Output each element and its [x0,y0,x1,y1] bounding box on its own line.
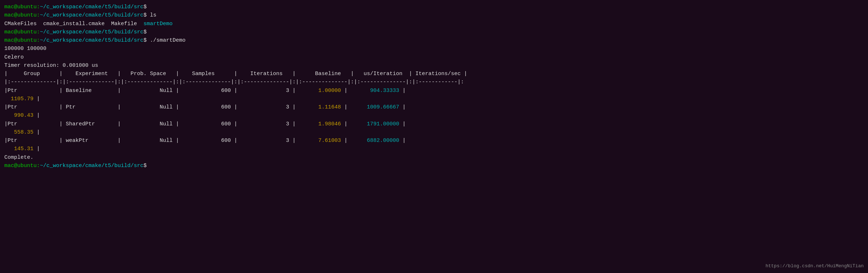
path-5: ~/c_workspace/cmake/t5/build/src [40,163,143,169]
line-4: mac@ubuntu:~/c_workspace/cmake/t5/build/… [4,28,864,36]
prompt-3: mac@ubuntu: [4,29,40,35]
smartdemo-highlight: smartDemo [143,21,173,27]
complete-line: Complete. [4,153,864,162]
ls-output: CMakeFiles cmake_install.cmake Makefile [4,21,143,27]
dollar-5: $ [143,163,147,169]
line-2: mac@ubuntu:~/c_workspace/cmake/t5/build/… [4,11,864,19]
table-divider: |:--------------|:|:--------------|:|:--… [4,78,864,86]
iter-sec-2: 990.43 [11,112,33,119]
path-2: ~/c_workspace/cmake/t5/build/src [40,12,143,18]
line-celero: Celero [4,53,864,61]
table-row-2-sec: 990.43 | [4,111,864,120]
prompt-2: mac@ubuntu: [4,12,40,18]
table-row-3-main: |Ptr | SharedPtr | Null | 600 | 3 | 1.98… [4,120,864,128]
us-iter-2: 1009.66667 [351,104,399,110]
baseline-val-3: 1.98046 [299,121,341,127]
line-1: mac@ubuntu:~/c_workspace/cmake/t5/build/… [4,3,864,11]
final-prompt: mac@ubuntu:~/c_workspace/cmake/t5/build/… [4,162,864,170]
table-row-1-main: |Ptr | Baseline | Null | 600 | 3 | 1.000… [4,87,864,95]
dollar-4: $ ./smartDemo [143,37,186,43]
path-3: ~/c_workspace/cmake/t5/build/src [40,29,143,35]
dollar-3: $ [143,29,147,35]
iter-sec-1: 1105.79 [11,96,33,102]
table-row-1-sec: 1105.79 | [4,95,864,103]
watermark: https://blog.csdn.net/HuiMengNiTian [766,263,864,269]
table-header: | Group | Experiment | Prob. Space | Sam… [4,70,864,78]
us-iter-4: 6882.00000 [351,138,399,144]
line-5: mac@ubuntu:~/c_workspace/cmake/t5/build/… [4,36,864,45]
line-output-1: 100000 100000 [4,45,864,53]
path-4: ~/c_workspace/cmake/t5/build/src [40,37,143,43]
prompt-4: mac@ubuntu: [4,37,40,43]
prompt-5: mac@ubuntu: [4,163,40,169]
line-3: CMakeFiles cmake_install.cmake Makefile … [4,20,864,28]
baseline-val-1: 1.00000 [299,88,341,94]
iter-sec-3: 558.35 [11,129,33,135]
line-timer: Timer resolution: 0.001000 us [4,61,864,70]
prompt-1: mac@ubuntu: [4,4,40,10]
us-iter-3: 1791.00000 [351,121,399,127]
path-1: ~/c_workspace/cmake/t5/build/src [40,4,143,10]
us-iter-1: 904.33333 [351,88,399,94]
dollar-2: $ ls [143,12,156,18]
table-row-3-sec: 558.35 | [4,128,864,136]
iter-sec-4: 145.31 [11,146,33,152]
table-row-2-main: |Ptr | Ptr | Null | 600 | 3 | 1.11648 | … [4,103,864,111]
baseline-val-2: 1.11648 [299,104,341,110]
baseline-val-4: 7.61003 [299,138,341,144]
table-row-4-sec: 145.31 | [4,145,864,153]
table-row-4-main: |Ptr | weakPtr | Null | 600 | 3 | 7.6100… [4,136,864,145]
dollar-1: $ [143,4,147,10]
